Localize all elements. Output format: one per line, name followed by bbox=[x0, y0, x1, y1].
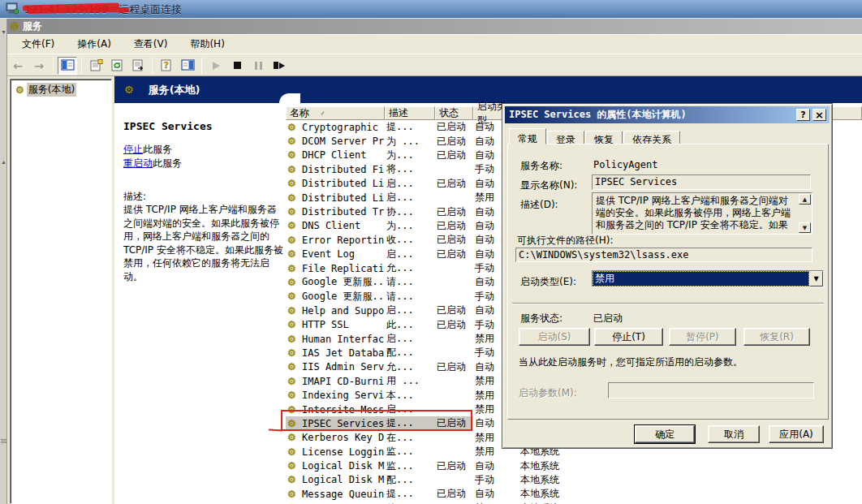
service-logon-as-cell: 本地系统 bbox=[519, 487, 608, 501]
properties-button[interactable] bbox=[86, 57, 106, 75]
service-logon-as-cell: 本地系统 bbox=[519, 459, 608, 473]
apply-button[interactable]: 应用(A) bbox=[769, 425, 824, 443]
selected-service-title: IPSEC Services bbox=[123, 120, 213, 132]
service-status-cell bbox=[435, 445, 473, 459]
menu-action[interactable]: 操作(A) bbox=[69, 36, 119, 53]
svg-text:?: ? bbox=[164, 61, 169, 70]
help-button[interactable]: ? bbox=[157, 57, 176, 75]
dialog-description-text: 提供 TCP/IP 网络上客户端和服务器之间端对端的安全。如果此服务被停用，网络… bbox=[596, 195, 791, 230]
tab-dependencies[interactable]: 依存关系 bbox=[623, 131, 680, 144]
stop-service-link[interactable]: 停止 bbox=[123, 144, 143, 155]
service-gear-icon: ⚙ bbox=[287, 334, 296, 344]
column-header-status[interactable]: 状态 bbox=[435, 106, 473, 120]
tab-recovery[interactable]: 恢复 bbox=[585, 131, 623, 144]
startup-params-field[interactable] bbox=[608, 382, 814, 398]
service-description-cell: 允... bbox=[385, 261, 435, 275]
service-name-cell: ⚙ IMAPI CD-Burni... bbox=[286, 374, 385, 388]
service-gear-icon: ⚙ bbox=[287, 291, 296, 301]
tab-general[interactable]: 常规 bbox=[509, 128, 546, 144]
menu-view[interactable]: 查看(V) bbox=[126, 36, 176, 53]
back-button[interactable]: ← bbox=[8, 57, 28, 75]
tree-item-label: 服务(本地) bbox=[27, 83, 76, 97]
show-hide-console-tree-button[interactable] bbox=[58, 57, 77, 75]
service-gear-icon: ⚙ bbox=[287, 489, 296, 499]
startup-type-combobox[interactable]: 禁用 ▼ bbox=[592, 270, 824, 287]
remote-desktop-titlebar[interactable]: 121.41.129.199 - 远程桌面连接 bbox=[0, 0, 862, 19]
back-arrow-icon: ← bbox=[13, 60, 23, 71]
forward-button[interactable]: → bbox=[29, 57, 49, 75]
service-status-cell: 已启动 bbox=[435, 233, 473, 247]
pause-icon bbox=[255, 62, 262, 70]
service-status-cell bbox=[435, 290, 473, 304]
executable-path-field[interactable]: C:\WINDOWS\system32\lsass.exe bbox=[515, 248, 812, 262]
service-gear-icon: ⚙ bbox=[287, 235, 296, 245]
dialog-titlebar[interactable]: IPSEC Services 的属性(本地计算机) ? × bbox=[505, 106, 830, 123]
start-service-button[interactable] bbox=[206, 57, 226, 75]
display-name-field[interactable]: IPSEC Services bbox=[592, 174, 811, 190]
menu-help[interactable]: 帮助(H) bbox=[182, 36, 232, 53]
export-list-button[interactable] bbox=[128, 57, 148, 75]
service-status-cell bbox=[435, 346, 473, 360]
services-window-titlebar[interactable]: ⚙ 服务 bbox=[7, 19, 862, 34]
service-gear-icon: ⚙ bbox=[287, 249, 296, 259]
menu-file[interactable]: 文件(F) bbox=[14, 36, 62, 53]
start-button[interactable]: 启动(S) bbox=[519, 328, 590, 346]
startup-params-label: 启动参数(M): bbox=[519, 386, 577, 400]
service-row[interactable]: ⚙ Logical Disk M... 配... 手动 本地系统 bbox=[286, 473, 862, 487]
context-help-button[interactable]: ? bbox=[796, 109, 810, 121]
service-gear-icon: ⚙ bbox=[287, 475, 296, 485]
resume-button[interactable]: 恢复(R) bbox=[743, 328, 810, 346]
combo-dropdown-button[interactable]: ▼ bbox=[809, 271, 823, 286]
restart-service-button[interactable] bbox=[269, 57, 289, 75]
cancel-button[interactable]: 取消 bbox=[708, 425, 760, 443]
service-gear-icon: ⚙ bbox=[287, 320, 296, 330]
service-description-cell: 请... bbox=[385, 275, 435, 289]
column-label: 描述 bbox=[389, 106, 408, 120]
banner-title: 服务(本地) bbox=[149, 83, 200, 97]
service-name-label: 服务名称: bbox=[520, 159, 562, 173]
restart-service-link[interactable]: 重启动 bbox=[123, 157, 153, 169]
startup-type-label: 启动类型(E): bbox=[520, 275, 576, 289]
dialog-tabs: 常规 登录 恢复 依存关系 bbox=[509, 128, 681, 144]
service-description-cell: 启... bbox=[385, 332, 435, 346]
service-status-cell: 已启动 bbox=[435, 135, 473, 149]
menu-bar: 文件(F) 操作(A) 查看(V) 帮助(H) bbox=[7, 34, 862, 54]
chevron-up-icon[interactable]: ▴ bbox=[0, 158, 7, 166]
service-status-cell: 已启动 bbox=[435, 149, 473, 162]
extended-view-icon bbox=[181, 59, 195, 71]
tab-logon[interactable]: 登录 bbox=[547, 131, 584, 144]
service-gear-icon: ⚙ bbox=[287, 150, 296, 160]
tree-item-services-local[interactable]: ⚙ 服务(本地) bbox=[15, 83, 76, 97]
service-row[interactable]: ⚙ Message Queuing 提... 已启动 自动 本地系统 bbox=[286, 487, 862, 501]
stop-service-button[interactable] bbox=[227, 57, 247, 75]
chevron-down-icon[interactable]: ▾ bbox=[0, 28, 7, 36]
service-description-cell: 启... bbox=[385, 191, 435, 205]
show-hide-extended-view-button[interactable] bbox=[178, 57, 197, 75]
service-description: 提供 TCP/IP 网络上客户端和服务器之间端对端的安全。如果此服务被停用，网络… bbox=[123, 203, 286, 284]
service-name-cell: ⚙ Distributed Li... bbox=[286, 191, 385, 205]
service-description-cell: 为... bbox=[385, 149, 435, 162]
close-icon: × bbox=[815, 109, 824, 121]
pause-button[interactable]: 暂停(P) bbox=[669, 328, 736, 346]
scroll-up-button[interactable]: ▲ bbox=[799, 194, 811, 205]
scroll-down-button[interactable]: ▼ bbox=[799, 222, 811, 233]
ok-button[interactable]: 确定 bbox=[635, 425, 695, 443]
stop-service-line: 停止此服务 bbox=[123, 143, 172, 157]
service-gear-icon: ⚙ bbox=[287, 136, 296, 146]
service-status-cell bbox=[435, 473, 473, 487]
stop-button[interactable]: 停止(T) bbox=[594, 328, 663, 346]
service-description-cell: 监... bbox=[385, 459, 435, 473]
refresh-button[interactable] bbox=[107, 57, 127, 75]
column-header-name[interactable]: 名称 bbox=[286, 106, 385, 120]
service-row[interactable]: ⚙ Messenger 传... 禁用 本地系统 bbox=[286, 502, 862, 504]
service-row[interactable]: ⚙ Logical Disk M... 监... 已启动 自动 本地系统 bbox=[286, 459, 862, 472]
column-header-description[interactable]: 描述 bbox=[385, 106, 435, 120]
service-gear-icon: ⚙ bbox=[287, 433, 296, 442]
scrollbar-grip[interactable] bbox=[1, 439, 6, 440]
console-tree-pane: ⚙ 服务(本地) bbox=[10, 79, 112, 504]
extended-view-corner bbox=[279, 93, 300, 103]
pause-service-button[interactable] bbox=[248, 57, 268, 75]
dialog-description-field[interactable]: 提供 TCP/IP 网络上客户端和服务器之间端对端的安全。如果此服务被停用，网络… bbox=[592, 192, 812, 235]
service-status-cell bbox=[435, 431, 473, 445]
close-button[interactable]: × bbox=[812, 109, 826, 121]
